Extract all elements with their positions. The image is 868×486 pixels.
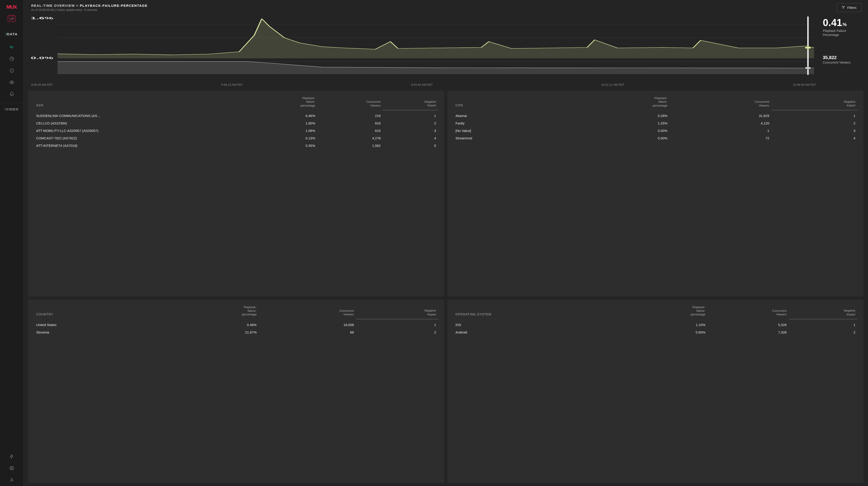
table-row[interactable]: ATT-INTERNET4 (AS7018) 0.35% 1,562 5: [34, 142, 438, 149]
table-row[interactable]: SUDDENLINK-COMMUNICATIONS (AS… 6.46% 216…: [34, 110, 438, 120]
col-impact[interactable]: NegativeImpact: [789, 304, 858, 319]
breadcrumb-root[interactable]: REAL-TIME OVERVIEW: [31, 4, 75, 7]
cell-name: Slovenia: [34, 328, 161, 336]
metric1-label: Playback Failure Percentage: [823, 29, 863, 37]
cell-name: United States: [34, 319, 161, 328]
nav-heading-data[interactable]: /DATA: [6, 32, 18, 36]
filters-button-label: Filters: [847, 6, 857, 9]
nav-item-settings[interactable]: [0, 462, 23, 474]
update-cadence-text: Charts update every ~5 seconds: [57, 8, 97, 11]
table-row[interactable]: Akamai 0.28% 31,629 1: [453, 110, 858, 120]
cell-pfp: 1.10%: [626, 319, 708, 328]
table-asn: ASN Playback-failure-percentage Concurre…: [34, 95, 438, 149]
cell-pfp: 0.35%: [251, 142, 317, 149]
cell-impact: 4: [772, 134, 858, 142]
metric-concurrent-viewers: 35,822 Concurrent Viewers: [823, 55, 863, 64]
nav-item-alerts[interactable]: [0, 88, 23, 100]
nav-bottom: [0, 451, 23, 486]
table-row[interactable]: [No Value] 0.00% 1 3: [453, 127, 858, 134]
cell-name: ATT-MOBILITY-LLC-AS20057 (AS20057): [34, 127, 251, 134]
col-dimension[interactable]: OPERATING SYSTEM: [453, 304, 626, 319]
table-row[interactable]: ATT-MOBILITY-LLC-AS20057 (AS20057) 1.08%…: [34, 127, 438, 134]
cell-impact: 1: [383, 110, 438, 120]
cell-impact: 5: [383, 142, 438, 149]
cell-pfp: 0.28%: [567, 110, 670, 120]
col-cv[interactable]: ConcurrentViewers: [259, 304, 356, 319]
cell-cv: 4,278: [317, 134, 383, 142]
cell-cv: 31,629: [670, 110, 772, 120]
cell-cv: 1,562: [317, 142, 383, 149]
cell-name: Android: [453, 328, 626, 336]
cell-cv: 615: [317, 127, 383, 134]
metric-playback-failure: 0.41% Playback Failure Percentage: [823, 17, 863, 37]
nav-item-account[interactable]: [0, 474, 23, 486]
svg-point-15: [804, 67, 811, 69]
cell-pfp: 0.00%: [567, 134, 670, 142]
table-row[interactable]: COMCAST-7922 (AS7922) 0.13% 4,278 4: [34, 134, 438, 142]
cell-impact: 2: [772, 119, 858, 127]
page-header: REAL-TIME OVERVIEW > PLAYBACK-FAILURE-PE…: [24, 0, 868, 14]
table-row[interactable]: Streamroot 0.00% 72 4: [453, 134, 858, 142]
nav-heading-video[interactable]: /VIDEO: [4, 107, 19, 111]
col-impact[interactable]: NegativeImpact: [356, 304, 438, 319]
col-pfp[interactable]: Playback-failure-percentage: [161, 304, 259, 319]
cell-pfp: 6.46%: [251, 110, 317, 120]
cell-impact: 1: [789, 319, 858, 328]
cell-pfp: 1.25%: [567, 119, 670, 127]
cell-impact: 2: [356, 328, 438, 336]
breadcrumb-leaf: PLAYBACK-FAILURE-PERCENTAGE: [80, 4, 148, 7]
col-impact[interactable]: NegativeImpact: [772, 95, 858, 110]
nav-item-pulse[interactable]: [0, 41, 23, 53]
nav-item-breakdown[interactable]: [0, 53, 23, 65]
col-pfp[interactable]: Playback-failure-percentage: [251, 95, 317, 110]
cell-impact: 2: [383, 119, 438, 127]
col-pfp[interactable]: Playback-failure-percentage: [626, 304, 708, 319]
nav-section-video: /VIDEO: [0, 107, 23, 116]
nav-item-views[interactable]: [0, 77, 23, 88]
cell-impact: 1: [772, 110, 858, 120]
table-row[interactable]: CELLCO (AS22394) 1.60% 616 2: [34, 119, 438, 127]
cell-name: COMCAST-7922 (AS7922): [34, 134, 251, 142]
table-row[interactable]: United States 0.46% 18,008 1: [34, 319, 438, 328]
x-tick: 9:46:13 AM PDT: [221, 83, 243, 86]
svg-point-14: [804, 47, 811, 49]
asof-text: As of 10:08:58 AM: [31, 8, 54, 11]
cell-cv: 72: [670, 134, 772, 142]
col-cv[interactable]: ConcurrentViewers: [317, 95, 383, 110]
cell-cv: 4,120: [670, 119, 772, 127]
cell-cv: 88: [259, 328, 356, 336]
filters-button[interactable]: Filters: [837, 3, 862, 12]
col-cv[interactable]: ConcurrentViewers: [670, 95, 772, 110]
cell-cv: 7,328: [708, 328, 789, 336]
col-dimension[interactable]: CDN: [453, 95, 567, 110]
col-dimension[interactable]: ASN: [34, 95, 251, 110]
table-row[interactable]: iOS 1.10% 5,326 1: [453, 319, 858, 328]
gear-icon: [9, 466, 14, 471]
panel-asn: ASN Playback-failure-percentage Concurre…: [28, 90, 444, 296]
cell-name: [No Value]: [453, 127, 567, 134]
table-row[interactable]: Slovenia 21.67% 88 2: [34, 328, 438, 336]
table-row[interactable]: Android 0.60% 7,328 2: [453, 328, 858, 336]
panel-cdn: CDN Playback-failure-percentage Concurre…: [447, 90, 864, 296]
environment-badge[interactable]: L-P: [8, 16, 16, 22]
panel-country: COUNTRY Playback-failure-percentage Conc…: [28, 299, 444, 483]
col-impact[interactable]: NegativeImpact: [383, 95, 438, 110]
cell-name: Akamai: [453, 110, 567, 120]
metric2-label: Concurrent Viewers: [823, 61, 863, 64]
cell-cv: 216: [317, 110, 383, 120]
nav-item-errors[interactable]: [0, 65, 23, 77]
nav-item-events[interactable]: [0, 451, 23, 462]
col-dimension[interactable]: COUNTRY: [34, 304, 161, 319]
table-row[interactable]: Fastly 1.25% 4,120 2: [453, 119, 858, 127]
cell-name: ATT-INTERNET4 (AS7018): [34, 142, 251, 149]
cell-pfp: 1.08%: [251, 127, 317, 134]
x-tick: 9:53:42 AM PDT: [411, 83, 433, 86]
col-pfp[interactable]: Playback-failure-percentage: [567, 95, 670, 110]
metric-chart[interactable]: 1.6%0.0% 0.41% Playback Failure Percenta…: [24, 15, 868, 81]
col-cv[interactable]: ConcurrentViewers: [708, 304, 789, 319]
main: REAL-TIME OVERVIEW > PLAYBACK-FAILURE-PE…: [24, 0, 868, 486]
brand-logo[interactable]: MUX: [6, 4, 17, 10]
cell-cv: 5,326: [708, 319, 789, 328]
cell-pfp: 0.13%: [251, 134, 317, 142]
nav-heading-data-label: DATA: [7, 32, 18, 36]
